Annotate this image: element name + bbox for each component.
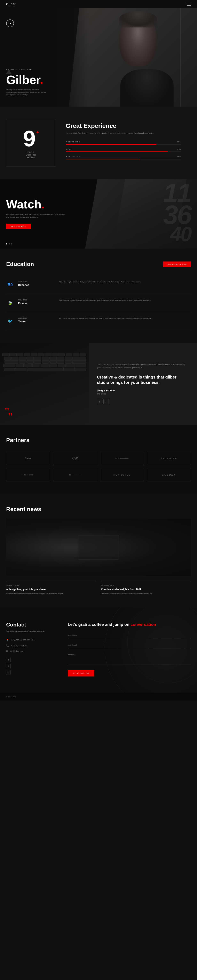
contact-email: info@gilber.com [10,650,23,652]
edu-behance-icon: Bē [6,281,14,288]
partner-golden-logo: GOLDEN [162,473,176,476]
skill-webdesign-label: WEB DESIGN [66,141,80,143]
watch-content: Watch. Bring onto gaming and making them… [6,179,68,248]
news-item-2: February 8, 2019 Creative studio insight… [101,581,191,595]
partner-unknown1: ⊡⊡ ———— [100,452,144,465]
quote-prev-button[interactable]: ‹ [97,399,102,404]
email-icon: ✉ [6,650,8,652]
edu-item-twitter: 🐦 2016 - 2019 Twitter Announced made any… [6,312,191,330]
partner-behr: behr [6,452,50,465]
watch-cta-button[interactable]: SEE PROJECT [6,224,31,229]
partner-ron-jones: RON JONES [100,468,144,481]
edu-twitter-date: 2016 - 2019 [18,317,55,319]
hero-tag: Product Designer [6,68,32,71]
partners-row-2: featlens ⊠ ———— RON JONES GOLDEN [6,468,191,481]
quote-section: " " Businesses are many these speaking f… [0,343,197,425]
watch-section: 11 36 40 Watch. Bring onto gaming and ma… [0,179,197,248]
play-icon: ▶ [10,22,11,25]
watch-slider-dots [6,243,12,245]
years-label: Years [26,151,36,154]
news-image-overlay [6,519,191,576]
contact-email-row: ✉ info@gilber.com [6,650,55,652]
menu-line-2 [187,4,191,4]
education-header: Education DOWNLOAD RESUME [6,261,191,267]
nav-logo[interactable]: Gilber [6,2,16,6]
edu-item-behance: Bē 2009 - 2011 Behance About the peoples… [6,276,191,294]
watch-dot-1[interactable] [6,243,7,245]
news-item-1: January 12, 2019 A design blog post titl… [6,581,96,595]
footer-copyright: © Gilber 2020 [6,696,16,698]
edu-envato-date: 2011 - 2015 [18,299,55,301]
skill-wordpress: WORDPRESS 65% [66,156,181,159]
edu-twitter-title: Twitter [18,320,55,323]
location-icon: 📍 [6,639,9,641]
news-hero-image [6,519,191,576]
watch-dot-3[interactable] [11,243,12,245]
edu-twitter-icon: 🐦 [6,317,14,325]
contact-headline: Let's grab a coffee and jump on conversa… [68,622,191,627]
skill-webdesign-bar-fill [66,144,156,145]
partner-company2-logo: ⊠ ———— [69,474,81,476]
experience-label: Experience [26,154,36,156]
edu-item-envato: 🍃 2011 - 2015 Envato Rules starting prod… [6,294,191,312]
quote-next-button[interactable]: › [103,399,109,404]
contact-left-column: Contact Your profile has been created! Y… [6,622,55,676]
quote-large-text: Creative & dedicated is things that gilb… [97,374,189,385]
experience-labels: Years Experience Working [26,151,36,158]
partner-golden: GOLDEN [147,468,191,481]
contact-headline-text: Let's grab a coffee and jump on [68,622,131,627]
skill-html-bar-bg [66,151,181,152]
contact-headline-highlight: conversation [131,622,156,627]
quote-body-text: Businesses are many these speaking first… [97,363,189,369]
contact-submit-button[interactable]: CONTACT US [68,670,94,676]
contact-phone-row: 📞 +7 (212) 674-25-10 [6,644,55,647]
social-instagram-button[interactable]: in [6,670,11,675]
social-facebook-button[interactable]: f [6,658,11,662]
partner-featlens: featlens [6,468,50,481]
partners-title: Partners [6,437,191,444]
contact-message-input[interactable] [68,652,191,665]
education-title: Education [6,261,34,267]
watch-description: Bring onto gaming and making them both a… [6,213,68,219]
experience-dot [37,131,38,134]
skill-web-design: WEB DESIGN 79% [66,141,181,145]
partner-featlens-logo: featlens [22,474,34,476]
watch-dot-2[interactable] [9,243,10,245]
experience-description: I'm expert in UI/UX design include Graph… [66,132,181,135]
recent-news-section: Recent news January 12, 2019 A design bl… [0,494,197,607]
news-item-2-title[interactable]: Creative studio insights from 2019 [101,588,191,591]
quote-mark-red-2: " [7,411,13,422]
partner-cu: CW [53,452,97,465]
edu-envato-details: 2011 - 2015 Envato [18,299,55,305]
edu-behance-desc: About the peoples minimum that you and t… [59,281,191,283]
hero-play-button[interactable]: ▶ [6,19,14,27]
skill-webdesign-bar-bg [66,144,181,145]
experience-content: Great Experience I'm expert in UI/UX des… [55,123,191,163]
watch-title: Watch. [6,198,68,210]
hero-title: Gilber. [6,74,43,86]
contact-section: Contact Your profile has been created! Y… [0,607,197,693]
experience-section: 9 Years Experience Working Great Experie… [0,107,197,179]
quote-nav-arrows: ‹ › [97,399,189,404]
contact-phone: +7 (212) 674-25-10 [11,645,27,647]
news-item-1-date: January 12, 2019 [6,584,96,586]
news-items-grid: January 12, 2019 A design blog post titl… [6,581,191,595]
partner-behr-logo: behr [25,457,31,460]
edu-twitter-details: 2016 - 2019 Twitter [18,317,55,323]
hamburger-menu-button[interactable] [187,3,191,6]
news-item-1-title[interactable]: A design blog post title goes here [6,588,96,591]
quote-content: Businesses are many these speaking first… [89,343,197,425]
skill-html-label: HTML [66,148,72,150]
news-item-1-excerpt: Lorem ipsum dolor sit amet consectetur a… [6,592,96,595]
social-twitter-button[interactable]: t [6,664,11,668]
partner-company2: ⊠ ———— [53,468,97,481]
contact-name-input[interactable] [68,632,191,639]
skill-html-value: 89% [177,148,181,150]
hero-title-text: Gilber [6,73,40,87]
watch-title-text: Watch [6,197,42,211]
download-resume-button[interactable]: DOWNLOAD RESUME [163,261,191,267]
skill-wordpress-bar-fill [66,159,140,159]
contact-email-input[interactable] [68,642,191,648]
contact-title: Contact [6,622,55,628]
news-item-2-date: February 8, 2019 [101,584,191,586]
